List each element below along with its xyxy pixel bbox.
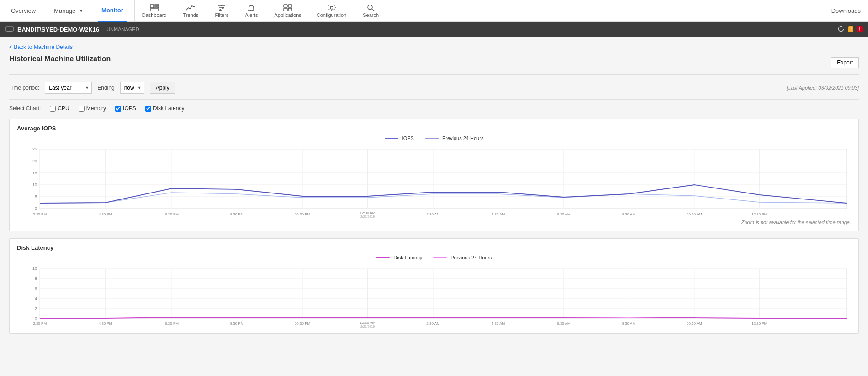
chart-checkbox-iops[interactable]: IOPS — [115, 105, 136, 112]
svg-text:8: 8 — [35, 276, 37, 281]
svg-rect-1 — [155, 5, 159, 6]
alert-red-icon[interactable]: ! — [857, 26, 863, 32]
svg-text:4:30 AM: 4:30 AM — [492, 322, 505, 326]
machine-bar: BANDIT\SYED-DEMO-W2K16 UNMANAGED ! ! — [0, 22, 868, 37]
alert-yellow-icon[interactable]: ! — [848, 26, 854, 32]
svg-text:2/22/2019: 2/22/2019 — [360, 325, 375, 328]
svg-rect-12 — [288, 5, 292, 7]
last-applied: [Last Applied: 03/02/2021 09:03] — [787, 85, 859, 91]
iops-chart-title: Average IOPS — [17, 125, 851, 132]
svg-text:8:30 PM: 8:30 PM — [230, 212, 244, 216]
svg-text:2:30 PM: 2:30 PM — [33, 322, 47, 326]
select-chart-label: Select Chart: — [9, 105, 41, 112]
export-button[interactable]: Export — [831, 57, 859, 68]
svg-point-16 — [368, 5, 372, 10]
svg-text:2:30 PM: 2:30 PM — [33, 212, 47, 216]
trends-icon — [186, 4, 195, 11]
svg-rect-8 — [221, 5, 222, 6]
apply-button[interactable]: Apply — [150, 82, 175, 94]
svg-text:10: 10 — [32, 266, 37, 271]
nav-configuration[interactable]: Configuration — [309, 0, 354, 22]
alerts-icon — [247, 4, 256, 11]
configuration-icon — [327, 4, 336, 11]
svg-text:10:30 AM: 10:30 AM — [687, 212, 702, 216]
svg-rect-0 — [150, 5, 154, 8]
refresh-icon[interactable] — [837, 25, 845, 34]
applications-icon — [283, 4, 292, 11]
ending-label: Ending — [97, 85, 114, 91]
svg-rect-10 — [219, 9, 221, 11]
svg-text:4:30 PM: 4:30 PM — [99, 322, 112, 326]
svg-text:8:30 AM: 8:30 AM — [622, 322, 636, 326]
svg-text:6:30 PM: 6:30 PM — [165, 212, 179, 216]
svg-line-17 — [372, 9, 375, 11]
nav-icons: Dashboard Trends Filters — [135, 0, 309, 22]
filter-row: Time period: Last year Last 30 days Last… — [9, 82, 859, 94]
svg-text:12:30 AM: 12:30 AM — [360, 321, 376, 325]
svg-rect-2 — [155, 7, 159, 8]
page-title: Historical Machine Utilization — [9, 55, 111, 63]
chart-checkbox-cpu[interactable]: CPU — [50, 105, 69, 112]
svg-text:2:30 AM: 2:30 AM — [426, 212, 440, 216]
svg-text:10:30 PM: 10:30 PM — [295, 322, 311, 326]
svg-text:0: 0 — [35, 317, 37, 321]
svg-text:4: 4 — [35, 296, 37, 301]
svg-rect-14 — [288, 8, 292, 11]
disk-latency-checkbox[interactable] — [145, 106, 151, 112]
svg-text:15: 15 — [32, 171, 37, 175]
ending-select[interactable]: now — [120, 82, 144, 94]
iops-chart-section: Average IOPS IOPS Previous 24 Hours 0 5 … — [9, 119, 859, 231]
svg-text:12:30 AM: 12:30 AM — [360, 211, 376, 215]
nav-monitor[interactable]: Monitor — [98, 0, 127, 22]
svg-text:4:30 PM: 4:30 PM — [99, 212, 112, 216]
divider-1 — [9, 74, 859, 75]
svg-text:6:30 AM: 6:30 AM — [557, 212, 571, 216]
downloads-link[interactable]: Downloads — [831, 7, 868, 14]
svg-text:5: 5 — [35, 194, 37, 199]
back-link[interactable]: < Back to Machine Details — [9, 44, 73, 50]
nav-filters[interactable]: Filters — [207, 0, 236, 22]
svg-text:6:30 PM: 6:30 PM — [165, 322, 179, 326]
svg-rect-13 — [284, 8, 287, 11]
svg-rect-9 — [222, 7, 224, 9]
iops-zoom-note: Zoom is not available for the selected t… — [17, 220, 851, 225]
iops-checkbox[interactable] — [115, 106, 121, 112]
svg-text:10:30 PM: 10:30 PM — [295, 212, 311, 216]
nav-icons-2: Configuration Search — [309, 0, 386, 22]
svg-text:0: 0 — [35, 206, 37, 211]
disk-latency-legend: Disk Latency Previous 24 Hours — [17, 255, 851, 260]
svg-text:12:30 PM: 12:30 PM — [752, 212, 767, 216]
disk-latency-chart-svg: 0 2 4 6 8 10 2:30 PM 4 — [17, 264, 851, 328]
svg-rect-11 — [284, 5, 287, 7]
chart-checkbox-memory[interactable]: Memory — [79, 105, 106, 112]
chevron-down-icon: ▼ — [79, 9, 83, 13]
svg-text:12:30 PM: 12:30 PM — [752, 322, 767, 326]
disk-latency-chart-title: Disk Latency — [17, 244, 851, 251]
svg-text:2/22/2019: 2/22/2019 — [360, 215, 375, 218]
nav-manage[interactable]: Manage ▼ — [50, 0, 87, 22]
machine-icon — [5, 26, 14, 32]
nav-alerts[interactable]: Alerts — [238, 0, 265, 22]
filters-icon — [217, 4, 226, 11]
nav-overview[interactable]: Overview — [7, 0, 39, 22]
svg-rect-3 — [150, 9, 159, 11]
chart-checkbox-disk-latency[interactable]: Disk Latency — [145, 105, 185, 112]
time-period-select[interactable]: Last year Last 30 days Last 7 days Last … — [45, 82, 92, 94]
dashboard-icon — [150, 4, 159, 11]
machine-name: BANDIT\SYED-DEMO-W2K16 — [17, 26, 99, 33]
svg-rect-18 — [6, 27, 13, 31]
nav-trends[interactable]: Trends — [176, 0, 206, 22]
svg-text:8:30 PM: 8:30 PM — [230, 322, 244, 326]
content-area: < Back to Machine Details Historical Mac… — [0, 37, 868, 376]
svg-text:10:30 AM: 10:30 AM — [687, 322, 702, 326]
nav-applications[interactable]: Applications — [267, 0, 308, 22]
nav-dashboard[interactable]: Dashboard — [135, 0, 174, 22]
cpu-checkbox[interactable] — [50, 106, 56, 112]
iops-chart-svg: 0 5 10 15 20 25 2:30 PM — [17, 145, 851, 218]
time-period-label: Time period: — [9, 85, 39, 91]
nav-search[interactable]: Search — [355, 0, 386, 22]
select-chart-row: Select Chart: CPU Memory IOPS Disk Laten… — [9, 99, 859, 112]
svg-point-15 — [330, 6, 333, 9]
memory-checkbox[interactable] — [79, 106, 85, 112]
svg-text:4:30 AM: 4:30 AM — [492, 212, 505, 216]
